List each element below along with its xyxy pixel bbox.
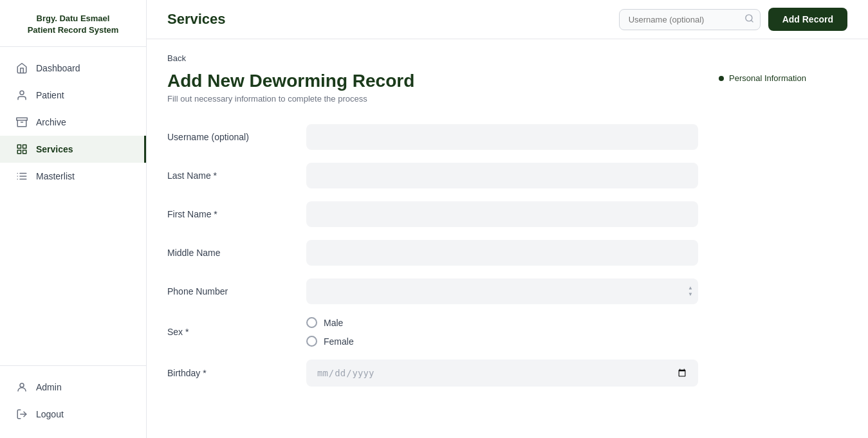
sidebar-item-dashboard[interactable]: Dashboard [0,55,146,82]
lastname-label: Last Name * [167,170,296,181]
svg-rect-1 [17,118,28,121]
middlename-label: Middle Name [167,248,296,258]
form-layout: Add New Deworming Record Fill out necess… [167,71,847,399]
sidebar-item-logout[interactable]: Logout [0,401,146,428]
sex-label: Sex * [167,327,296,337]
svg-rect-4 [23,145,26,149]
sidebar-item-patient[interactable]: Patient [0,82,146,109]
add-record-button[interactable]: Add Record [768,8,847,31]
svg-line-16 [751,20,753,22]
search-input[interactable] [619,9,761,30]
phone-spinners: ▲ ▼ [688,286,693,297]
sex-radio-group: Male Female [306,317,698,347]
middlename-input[interactable] [306,240,698,266]
username-label: Username (optional) [167,132,296,142]
firstname-row: First Name * [167,201,698,227]
username-row: Username (optional) [167,124,698,150]
phone-input[interactable] [306,278,698,304]
search-wrapper [619,9,761,30]
phone-row: Phone Number ▲ ▼ [167,278,698,304]
sidebar-item-label: Dashboard [36,63,80,73]
sidebar-item-services[interactable]: Services [0,136,146,163]
svg-point-13 [20,383,24,387]
form-main: Add New Deworming Record Fill out necess… [167,71,698,399]
content-area: Back Add New Deworming Record Fill out n… [147,39,868,438]
sidebar-bottom: Admin Logout [0,365,146,438]
sidebar-item-label: Admin [36,382,62,392]
archive-icon [15,116,28,129]
svg-rect-3 [17,145,21,149]
firstname-input[interactable] [306,201,698,227]
back-link[interactable]: Back [167,53,186,63]
form-subtitle: Fill out necessary information to comple… [167,94,698,104]
sidebar-item-label: Masterlist [36,171,75,181]
sidebar-item-label: Archive [36,117,66,127]
sidebar-item-label: Logout [36,409,64,419]
phone-input-wrap: ▲ ▼ [306,278,698,304]
lastname-input[interactable] [306,163,698,188]
lastname-row: Last Name * [167,163,698,188]
sex-option-female[interactable]: Female [306,336,698,347]
step-dot [719,76,724,81]
sidebar-item-archive[interactable]: Archive [0,109,146,136]
sidebar-nav: Dashboard Patient Archive [0,47,146,365]
birthday-row: Birthday * [167,360,698,387]
radio-circle-female [306,336,317,347]
firstname-label: First Name * [167,209,296,219]
middlename-row: Middle Name [167,240,698,266]
svg-rect-6 [17,151,21,154]
home-icon [15,62,28,75]
birthday-label: Birthday * [167,368,296,378]
form-heading: Add New Deworming Record [167,71,698,91]
svg-rect-5 [23,151,26,154]
spinner-up: ▲ [688,286,693,291]
spinner-down: ▼ [688,292,693,297]
services-icon [15,143,28,156]
phone-label: Phone Number [167,286,296,297]
sex-female-label: Female [324,336,354,347]
radio-circle-male [306,317,317,328]
search-icon [744,14,754,26]
sidebar: Brgy. Datu Esmael Patient Record System … [0,0,147,438]
username-input[interactable] [306,124,698,150]
person-icon [15,89,28,102]
step-label: Personal Information [729,73,806,83]
sex-option-male[interactable]: Male [306,317,698,328]
logout-icon [15,408,28,421]
sidebar-item-masterlist[interactable]: Masterlist [0,163,146,190]
step-personal-info: Personal Information [719,73,847,83]
svg-point-0 [20,91,24,95]
sidebar-item-label: Patient [36,90,64,100]
admin-icon [15,381,28,394]
sex-row: Sex * Male Female [167,317,698,347]
list-icon [15,170,28,183]
sidebar-item-label: Services [36,144,73,154]
form-step-sidebar: Personal Information [719,71,847,83]
page-title: Services [167,11,226,28]
topbar-right: Add Record [619,8,847,31]
sex-male-label: Male [324,318,343,328]
topbar: Services Add Record [147,0,868,39]
birthday-input[interactable] [306,360,698,387]
app-logo: Brgy. Datu Esmael Patient Record System [0,0,146,47]
main-content: Services Add Record Back Add New Dewormi… [147,0,868,438]
sidebar-item-admin[interactable]: Admin [0,374,146,401]
